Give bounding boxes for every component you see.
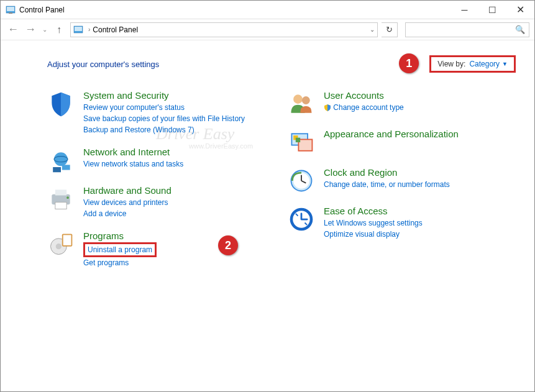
category-title[interactable]: Appearance and Personalization (324, 129, 516, 139)
category-title[interactable]: System and Security (83, 90, 275, 101)
ease-of-access-icon (288, 206, 315, 233)
category-clock-region: Clock and Region Change date, time, or n… (288, 167, 516, 194)
category-title[interactable]: Ease of Access (324, 206, 516, 216)
link-file-history[interactable]: Save backup copies of your files with Fi… (83, 113, 275, 124)
window-title: Control Panel (19, 6, 450, 14)
svg-rect-11 (55, 203, 66, 209)
control-panel-icon (73, 25, 83, 35)
link-change-date-time[interactable]: Change date, time, or number formats (324, 179, 516, 190)
viewby-value: Category (469, 60, 500, 68)
clock-icon (288, 167, 315, 194)
search-input[interactable] (409, 25, 515, 34)
viewby-label: View by: (437, 60, 465, 68)
svg-rect-22 (299, 140, 311, 150)
svg-point-18 (302, 96, 310, 104)
column-left: System and Security Review your computer… (47, 90, 275, 280)
recent-dropdown-icon[interactable]: ⌄ (40, 22, 49, 37)
maximize-button[interactable]: ☐ (478, 1, 506, 19)
category-title[interactable]: Clock and Region (324, 167, 516, 178)
callout-badge-1: 1 (399, 53, 419, 73)
link-uninstall-program[interactable]: Uninstall a program (88, 245, 152, 254)
svg-rect-1 (7, 7, 14, 11)
network-icon (47, 147, 75, 174)
uac-shield-icon (324, 104, 331, 111)
svg-point-5 (54, 152, 68, 166)
category-columns: System and Security Review your computer… (47, 90, 516, 280)
forward-arrow-icon[interactable]: → (23, 22, 38, 37)
breadcrumb-text[interactable]: Control Panel (93, 25, 138, 34)
caret-down-icon: ▼ (502, 61, 508, 67)
svg-point-17 (293, 94, 303, 104)
address-bar[interactable]: › Control Panel ⌄ (70, 22, 378, 37)
category-hardware-sound: Hardware and Sound View devices and prin… (47, 185, 275, 219)
breadcrumb-separator-icon: › (88, 26, 90, 33)
category-title[interactable]: Hardware and Sound (83, 185, 275, 196)
up-arrow-icon[interactable]: ↑ (52, 22, 66, 37)
svg-point-12 (66, 196, 69, 199)
svg-rect-10 (55, 189, 66, 195)
address-dropdown-icon[interactable]: ⌄ (370, 26, 375, 33)
category-network-internet: Network and Internet View network status… (47, 147, 275, 174)
category-programs: Programs Uninstall a program Get program… (47, 230, 275, 268)
printer-icon (47, 185, 75, 212)
svg-rect-24 (296, 138, 300, 142)
link-backup-restore[interactable]: Backup and Restore (Windows 7) (83, 124, 275, 135)
svg-rect-4 (75, 27, 82, 31)
svg-point-14 (56, 244, 62, 249)
link-get-programs[interactable]: Get programs (83, 257, 275, 268)
control-panel-icon (6, 5, 16, 15)
nav-bar: ← → ⌄ ↑ › Control Panel ⌄ ↻ 🔍 (1, 19, 534, 40)
window-controls: ─ ☐ ✕ (450, 1, 534, 19)
page-title: Adjust your computer's settings (47, 60, 159, 69)
close-button[interactable]: ✕ (506, 1, 534, 19)
category-title[interactable]: Programs (83, 230, 275, 241)
title-bar: Control Panel ─ ☐ ✕ (1, 1, 534, 19)
category-user-accounts: User Accounts Change account type (288, 90, 516, 117)
back-arrow-icon[interactable]: ← (6, 22, 21, 37)
category-appearance: Appearance and Personalization (288, 129, 516, 156)
link-optimize-display[interactable]: Optimize visual display (324, 229, 516, 240)
appearance-icon (288, 129, 315, 156)
callout-badge-2: 2 (218, 235, 238, 255)
column-right: User Accounts Change account type (288, 90, 516, 280)
viewby-dropdown[interactable]: Category ▼ (469, 60, 508, 68)
category-title[interactable]: Network and Internet (83, 147, 275, 157)
link-devices-printers[interactable]: View devices and printers (83, 197, 275, 208)
link-change-account-type[interactable]: Change account type (324, 102, 516, 113)
search-icon: 🔍 (515, 25, 525, 34)
category-ease-of-access: Ease of Access Let Windows suggest setti… (288, 206, 516, 240)
svg-rect-16 (63, 235, 71, 245)
category-system-security: System and Security Review your computer… (47, 90, 275, 135)
link-windows-suggest[interactable]: Let Windows suggest settings (324, 217, 516, 229)
link-add-device[interactable]: Add a device (83, 208, 275, 219)
search-box[interactable]: 🔍 (405, 22, 529, 37)
svg-rect-8 (62, 165, 70, 170)
category-title[interactable]: User Accounts (324, 90, 516, 101)
link-review-status[interactable]: Review your computer's status (83, 102, 275, 113)
programs-icon (47, 230, 75, 258)
link-network-status[interactable]: View network status and tasks (83, 158, 275, 170)
header-row: Adjust your computer's settings 1 View b… (47, 55, 516, 73)
content-area: Adjust your computer's settings 1 View b… (1, 40, 534, 292)
shield-icon (47, 90, 75, 117)
svg-rect-7 (53, 167, 61, 172)
users-icon (288, 90, 315, 117)
svg-rect-2 (9, 12, 12, 14)
minimize-button[interactable]: ─ (450, 1, 478, 19)
refresh-button[interactable]: ↻ (382, 22, 398, 37)
highlighted-link-box: Uninstall a program (83, 242, 157, 257)
viewby-control: 1 View by: Category ▼ (429, 55, 516, 73)
